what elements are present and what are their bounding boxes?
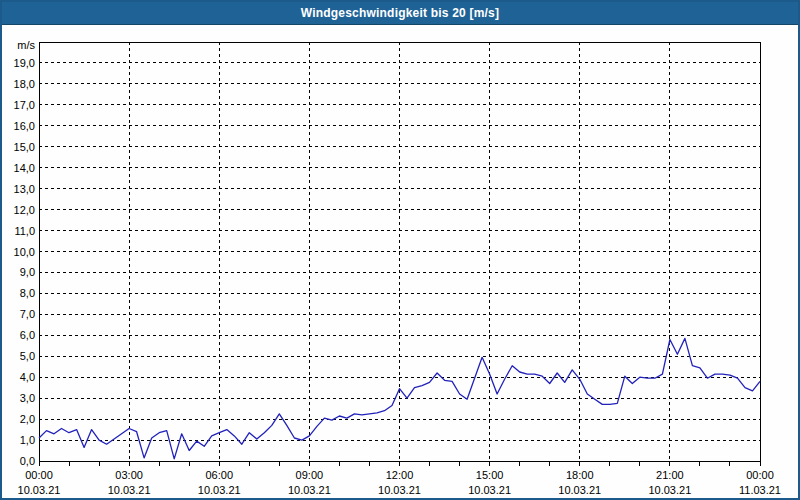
grid xyxy=(39,42,760,461)
y-tick-label: 16,0 xyxy=(14,120,35,132)
y-tick-label: 9,0 xyxy=(20,266,35,278)
y-axis-unit-label: m/s xyxy=(17,39,35,51)
chart-area: 0,01,02,03,04,05,06,07,08,09,010,011,012… xyxy=(2,25,798,498)
x-tick-time-label: 15:00 xyxy=(476,469,504,481)
x-tick-date-label: 11.03.21 xyxy=(739,484,781,496)
y-tick-label: 13,0 xyxy=(14,183,35,195)
y-tick-label: 11,0 xyxy=(14,225,35,237)
x-tick-date-label: 10.03.21 xyxy=(648,484,691,496)
x-tick-date-label: 10.03.21 xyxy=(468,484,511,496)
y-tick-label: 8,0 xyxy=(20,287,35,299)
x-tick-time-label: 03:00 xyxy=(115,469,143,481)
x-tick-date-label: 10.03.21 xyxy=(378,484,421,496)
y-tick-label: 18,0 xyxy=(14,78,35,90)
y-tick-label: 10,0 xyxy=(14,246,35,258)
window-title: Windgeschwindigkeit bis 20 [m/s] xyxy=(301,6,499,20)
x-tick-time-label: 06:00 xyxy=(205,469,233,481)
y-tick-label: 14,0 xyxy=(14,162,35,174)
window-titlebar: Windgeschwindigkeit bis 20 [m/s] xyxy=(2,2,798,25)
x-tick-date-label: 10.03.21 xyxy=(108,484,151,496)
x-tick-time-label: 09:00 xyxy=(296,469,324,481)
y-tick-label: 0,0 xyxy=(20,455,35,467)
x-tick-time-label: 21:00 xyxy=(656,469,684,481)
x-axis-labels: 00:0010.03.2103:0010.03.2106:0010.03.210… xyxy=(18,469,781,496)
y-tick-label: 7,0 xyxy=(20,308,35,320)
x-tick-time-label: 18:00 xyxy=(566,469,594,481)
y-tick-label: 6,0 xyxy=(20,329,35,341)
x-tick-time-label: 00:00 xyxy=(25,469,53,481)
y-tick-label: 12,0 xyxy=(14,204,35,216)
y-tick-label: 19,0 xyxy=(14,57,35,69)
y-tick-label: 3,0 xyxy=(20,392,35,404)
x-tick-time-label: 00:00 xyxy=(746,469,774,481)
x-tick-date-label: 10.03.21 xyxy=(198,484,241,496)
y-tick-label: 15,0 xyxy=(14,141,35,153)
x-tick-date-label: 10.03.21 xyxy=(18,484,61,496)
y-axis-labels: 0,01,02,03,04,05,06,07,08,09,010,011,012… xyxy=(14,39,36,467)
y-tick-label: 5,0 xyxy=(20,350,35,362)
y-tick-label: 2,0 xyxy=(20,413,35,425)
wind-speed-chart: 0,01,02,03,04,05,06,07,08,09,010,011,012… xyxy=(2,25,798,498)
x-tick-date-label: 10.03.21 xyxy=(288,484,331,496)
y-tick-label: 1,0 xyxy=(20,434,35,446)
x-tick-time-label: 12:00 xyxy=(386,469,414,481)
y-tick-label: 4,0 xyxy=(20,371,35,383)
chart-window: Windgeschwindigkeit bis 20 [m/s] 0,01,02… xyxy=(0,0,800,500)
x-tick-date-label: 10.03.21 xyxy=(558,484,601,496)
y-tick-label: 17,0 xyxy=(14,99,35,111)
